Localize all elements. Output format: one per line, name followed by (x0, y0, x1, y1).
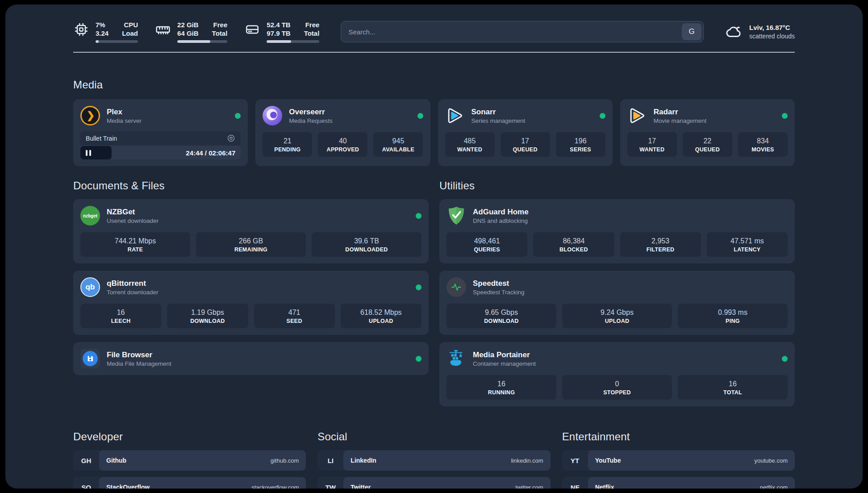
cloud-icon (724, 22, 743, 41)
status-dot (416, 213, 421, 219)
section-title-media: Media (73, 79, 795, 91)
ram-progress-bar (177, 40, 227, 43)
bookmark-linkedin[interactable]: LI LinkedIn linkedin.com (317, 450, 550, 471)
app-subtitle: Speedtest Tracking (473, 289, 525, 296)
disk-metric: 52.4 TB 97.9 TB Free Total (244, 21, 319, 43)
radarr-icon (627, 106, 647, 125)
header-divider (73, 52, 795, 53)
cpu-load-value: 3.24 (96, 29, 108, 38)
status-dot (416, 284, 421, 290)
ram-metric: 22 GiB 64 GiB Free Total (155, 21, 227, 43)
section-title-entertainment: Entertainment (562, 430, 795, 443)
app-name: Media Portainer (473, 351, 536, 359)
twitter-icon: TW (317, 477, 343, 489)
stat-tile: 17 WANTED (627, 132, 677, 157)
stat-tile: 9.24 Gbps UPLOAD (562, 304, 672, 328)
status-dot (782, 113, 788, 119)
search-bar: G (341, 21, 704, 42)
cpu-progress-bar (96, 40, 138, 43)
status-dot (782, 356, 788, 362)
stat-tile: 945 AVAILABLE (373, 132, 423, 157)
app-card-sonarr[interactable]: Sonarr Series management 485 WANTED 17 Q… (438, 99, 613, 166)
section-title-documents: Documents & Files (73, 180, 429, 192)
camera-icon[interactable] (227, 134, 235, 142)
disk-icon (244, 21, 260, 38)
app-name: Plex (107, 108, 142, 117)
bookmark-netflix[interactable]: NF Netflix netflix.com (562, 477, 795, 489)
top-bar: 7% 3.24 CPU Load (73, 21, 795, 43)
app-card-adguard[interactable]: AdGuard Home DNS and adblocking 498,461 … (439, 199, 795, 263)
app-name: Radarr (654, 108, 707, 117)
search-input[interactable] (341, 21, 704, 42)
search-engine-button[interactable]: G (682, 23, 701, 40)
bookmark-youtube[interactable]: YT YouTube youtube.com (562, 450, 795, 471)
youtube-icon: YT (562, 450, 588, 471)
ram-total-label: Total (212, 29, 228, 38)
stat-tile: 40 APPROVED (318, 132, 367, 157)
ram-total-value: 64 GiB (177, 29, 199, 38)
stat-tile: 9.65 Gbps DOWNLOAD (447, 304, 556, 328)
app-card-portainer[interactable]: Media Portainer Container management 16 … (439, 342, 795, 406)
nzbget-icon: nzbget (80, 206, 100, 226)
linkedin-icon: LI (317, 450, 343, 471)
portainer-icon (447, 349, 466, 368)
bookmark-stackoverflow[interactable]: SO StackOverflow stackoverflow.com (73, 477, 306, 489)
app-card-plex[interactable]: ❯ Plex Media server Bullet Train (73, 99, 248, 166)
cpu-load-label: Load (122, 29, 138, 38)
stat-tile: 16 RUNNING (447, 375, 556, 400)
app-card-filebrowser[interactable]: File Browser Media File Management (73, 342, 429, 375)
stat-tile: 0.993 ms PING (678, 304, 788, 328)
disk-free-label: Free (304, 21, 320, 29)
app-name: AdGuard Home (473, 208, 529, 217)
adguard-icon (447, 206, 466, 226)
section-title-utilities: Utilities (439, 180, 795, 192)
stat-tile: 86,384 BLOCKED (533, 232, 614, 257)
disk-total-value: 97.9 TB (267, 29, 290, 38)
overseerr-icon (263, 106, 282, 125)
filebrowser-icon (80, 349, 100, 368)
app-subtitle: DNS and adblocking (473, 217, 529, 224)
netflix-icon: NF (562, 477, 588, 489)
stat-tile: 471 SEED (254, 304, 335, 328)
status-dot (235, 113, 241, 119)
plex-now-playing: Bullet Train 24:44 / 02:06:47 (80, 131, 241, 159)
speedtest-icon (447, 277, 466, 297)
bookmark-github[interactable]: GH Github github.com (73, 450, 306, 471)
weather-location-temp: Lviv, 16.87°C (749, 23, 795, 32)
cpu-metric: 7% 3.24 CPU Load (73, 21, 138, 43)
cpu-icon (73, 21, 89, 38)
stat-tile: 498,461 QUERIES (447, 232, 527, 257)
app-card-overseerr[interactable]: Overseerr Media Requests 21 PENDING 40 A… (255, 99, 430, 166)
stat-tile: 744.21 Mbps RATE (80, 232, 190, 257)
stat-tile: 834 MOVIES (738, 132, 788, 157)
app-subtitle: Media server (107, 117, 142, 124)
app-subtitle: Container management (473, 360, 536, 367)
app-card-qbittorrent[interactable]: qb qBittorrent Torrent downloader 16 LEE… (73, 271, 429, 335)
playback-progress-bar[interactable]: 24:44 / 02:06:47 (80, 146, 241, 159)
stat-tile: 47.571 ms LATENCY (707, 232, 788, 257)
stat-tile: 485 WANTED (445, 132, 495, 157)
app-name: qBittorrent (107, 279, 159, 288)
stat-tile: 266 GB REMAINING (196, 232, 306, 257)
plex-icon: ❯ (80, 106, 100, 125)
app-name: File Browser (107, 351, 171, 359)
dashboard: 7% 3.24 CPU Load (5, 4, 863, 489)
section-title-social: Social (317, 430, 550, 443)
bookmark-twitter[interactable]: TW Twitter twitter.com (317, 477, 550, 489)
stat-tile: 16 TOTAL (678, 375, 788, 400)
app-name: Speedtest (473, 279, 525, 288)
stat-tile: 17 QUEUED (501, 132, 550, 157)
app-name: NZBGet (107, 208, 159, 217)
disk-total-label: Total (304, 29, 320, 38)
sonarr-icon (445, 106, 465, 125)
weather-widget: Lviv, 16.87°C scattered clouds (724, 22, 795, 41)
qbittorrent-icon: qb (80, 277, 100, 297)
cpu-usage-value: 7% (96, 21, 108, 29)
app-card-radarr[interactable]: Radarr Movie management 17 WANTED 22 QUE… (620, 99, 795, 166)
stat-tile: 1.19 Gbps DOWNLOAD (167, 304, 248, 328)
app-card-speedtest[interactable]: Speedtest Speedtest Tracking 9.65 Gbps D… (439, 271, 795, 335)
app-card-nzbget[interactable]: nzbget NZBGet Usenet downloader 744.21 M… (73, 199, 429, 263)
status-dot (417, 113, 423, 119)
cpu-usage-label: CPU (122, 21, 138, 29)
pause-icon[interactable] (86, 150, 91, 156)
